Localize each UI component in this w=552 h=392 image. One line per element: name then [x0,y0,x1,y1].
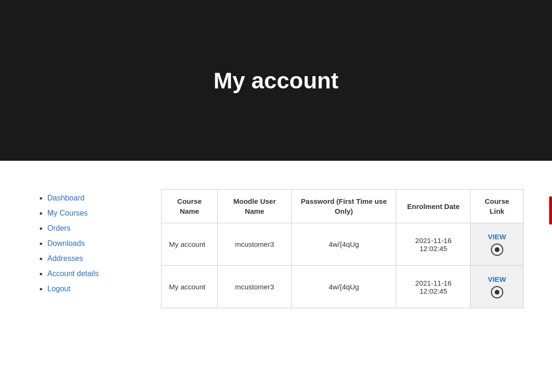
hero-banner: My account [0,0,552,161]
col-course-link: Course Link [471,190,524,223]
row2-moodle-user: mcustomer3 [218,266,292,308]
row1-view-link[interactable]: VIEW [478,233,516,256]
row2-password: 4w/{4qUg [292,266,396,308]
table-row: My account mcustomer3 4w/{4qUg 2021-11-1… [161,266,524,308]
row2-course-name: My account [161,266,218,308]
sidebar-link-dashboard[interactable]: Dashboard [47,194,84,202]
col-enrolment-date: Enrolment Date [396,190,471,223]
sidebar-item-orders[interactable]: Orders [47,224,133,233]
row2-view-cell[interactable]: VIEW [471,266,524,308]
sidebar-link-addresses[interactable]: Addresses [47,254,83,262]
table-row: My account mcustomer3 4w/{4qUg 2021-11-1… [161,223,524,266]
col-moodle-user: Moodle User Name [218,190,292,223]
row1-eye-icon [491,244,503,256]
row1-course-name: My account [161,223,218,266]
sidebar-item-my-courses[interactable]: My Courses [47,209,133,218]
col-course-name: Course Name [161,190,218,223]
sidebar-item-logout[interactable]: Logout [47,285,133,293]
sidebar-link-downloads[interactable]: Downloads [47,239,85,247]
scrollbar-indicator[interactable] [549,196,552,225]
col-password: Password (First Time use Only) [292,190,396,223]
row2-enrolment-date: 2021-11-16 12:02:45 [396,266,471,308]
row2-eye-icon [491,286,503,298]
courses-table: Course Name Moodle User Name Password (F… [161,189,524,308]
sidebar-link-logout[interactable]: Logout [47,285,71,293]
courses-table-area: Course Name Moodle User Name Password (F… [161,189,524,308]
sidebar-link-account-details[interactable]: Account details [47,270,99,278]
row1-view-label: VIEW [488,233,506,241]
row1-password: 4w/{4qUg [292,223,396,266]
sidebar-item-downloads[interactable]: Downloads [47,239,133,248]
sidebar-item-addresses[interactable]: Addresses [47,254,133,263]
sidebar-link-orders[interactable]: Orders [47,224,71,232]
row1-enrolment-date: 2021-11-16 12:02:45 [396,223,471,266]
sidebar-link-my-courses[interactable]: My Courses [47,209,88,217]
main-content: Dashboard My Courses Orders Downloads Ad… [0,161,552,337]
row2-view-link[interactable]: VIEW [478,275,516,298]
page-title: My account [214,68,338,94]
sidebar-item-account-details[interactable]: Account details [47,270,133,278]
sidebar-nav: Dashboard My Courses Orders Downloads Ad… [38,189,133,308]
row2-view-label: VIEW [488,275,506,283]
sidebar-item-dashboard[interactable]: Dashboard [47,194,133,202]
sidebar-list: Dashboard My Courses Orders Downloads Ad… [38,194,133,293]
row1-moodle-user: mcustomer3 [218,223,292,266]
table-header-row: Course Name Moodle User Name Password (F… [161,190,524,223]
row1-view-cell[interactable]: VIEW [471,223,524,266]
